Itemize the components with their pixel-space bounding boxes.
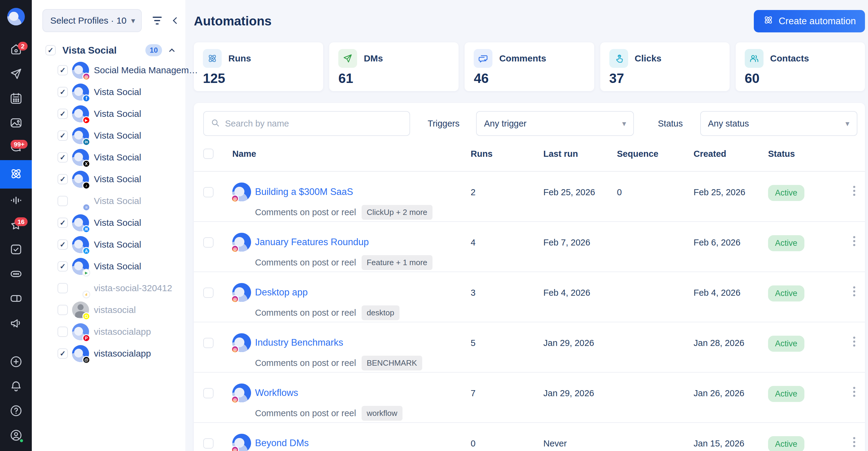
trigger-description: Comments on post or reel [255,258,356,267]
select-all-checkbox[interactable] [203,149,214,159]
nav-home[interactable]: 2 [0,37,32,62]
nav-advocacy[interactable] [0,311,32,336]
profile-name: Vista Social [94,196,141,206]
row-checkbox[interactable] [203,388,214,398]
status-select[interactable]: Any status ▾ [700,111,858,136]
automation-name-link[interactable]: Workflows [255,387,298,398]
profile-row[interactable]: Ω vistasocial [32,299,185,321]
table-row: ◎ Industry Benchmarks Comments on post o… [194,322,865,373]
network-badge-icon: f [82,94,90,102]
row-checkbox[interactable] [203,438,214,449]
select-profiles-label: Select Profiles · 10 [50,15,127,26]
profile-checkbox[interactable] [58,87,68,97]
profile-checkbox[interactable] [58,65,68,75]
automation-name-link[interactable]: Desktop app [255,287,308,298]
profile-row[interactable]: Ж Vista Social [32,212,185,234]
profile-row[interactable]: ◎ Social Media Managem… [32,59,185,81]
profile-row[interactable]: ▶ Vista Social [32,255,185,277]
profile-row[interactable]: f Vista Social [32,81,185,103]
nav-publish[interactable] [0,62,32,87]
runs-cell: 2 [471,172,543,221]
nav-reports[interactable] [0,287,32,311]
profile-row[interactable]: ▶ Vista Social [32,103,185,125]
profile-checkbox[interactable] [58,174,68,184]
create-automation-button[interactable]: Create automation [754,10,865,32]
profile-checkbox[interactable] [58,348,68,359]
nav-notifications[interactable] [0,375,32,399]
nav-inbox[interactable]: 99+ [0,136,32,160]
trigger-description: Comments on post or reel [255,308,356,318]
profile-name: Vista Social [94,239,141,250]
kebab-menu-icon[interactable] [851,385,857,399]
search-input[interactable] [225,119,403,129]
profile-checkbox[interactable] [58,196,68,206]
network-badge-icon: ◎ [82,73,90,80]
stat-value: 125 [203,71,314,86]
profile-checkbox[interactable] [58,327,68,337]
layout-icon [9,291,23,307]
kebab-menu-icon[interactable] [851,435,857,449]
stat-value: 37 [609,71,720,86]
nav-automations-active[interactable] [0,160,32,189]
nav-add[interactable] [0,350,32,375]
nav-calendar[interactable] [0,87,32,111]
profile-group-row: Vista Social 10 [32,41,185,59]
profile-row[interactable]: P vistasocialapp [32,321,185,343]
nav-media[interactable] [0,111,32,136]
profile-checkbox[interactable] [58,109,68,119]
row-checkbox[interactable] [203,237,214,248]
kebab-menu-icon[interactable] [851,335,857,348]
trigger-select[interactable]: Any trigger ▾ [476,111,634,136]
group-label: Vista Social [62,45,117,56]
automation-name-link[interactable]: January Features Roundup [255,237,369,248]
profile-checkbox[interactable] [58,239,68,250]
automation-name-link[interactable]: Industry Benchmarks [255,337,343,348]
network-badge-icon: in [82,138,90,146]
created-cell: Feb 4, 2026 [693,272,768,322]
waveform-icon [9,193,23,208]
automation-name-link[interactable]: Beyond DMs [255,438,309,449]
select-profiles-dropdown[interactable]: Select Profiles · 10 ▾ [42,9,142,32]
stat-value: 46 [474,71,585,86]
profile-checkbox[interactable] [58,152,68,163]
profile-checkbox[interactable] [58,218,68,228]
network-badge-icon: ▶ [82,116,90,124]
row-checkbox[interactable] [203,288,214,298]
profile-avatar: f [72,84,89,100]
nav-link-in-bio[interactable] [0,262,32,287]
profile-checkbox[interactable] [58,130,68,141]
profile-row[interactable]: ♪ Vista Social [32,168,185,190]
profile-row[interactable]: @ vistasocialapp [32,343,185,364]
nav-account[interactable] [0,423,32,448]
profile-name: Vista Social [94,152,141,163]
collapse-panel-button[interactable] [173,17,180,24]
comments-chat-icon [474,49,492,68]
profile-checkbox[interactable] [58,261,68,271]
row-checkbox[interactable] [203,187,214,197]
kebab-menu-icon[interactable] [851,285,857,298]
status-badge: Active [768,285,804,301]
profile-row[interactable]: A Vista Social [32,234,185,255]
online-status-dot [19,438,24,443]
profile-row[interactable]: ıl vista-social-320412 [32,277,185,299]
filter-profiles-button[interactable] [153,17,162,25]
nav-listening[interactable] [0,189,32,213]
chevron-up-icon[interactable] [169,49,175,54]
profile-row[interactable]: in Vista Social [32,125,185,147]
nav-help[interactable] [0,399,32,423]
profile-checkbox[interactable] [58,305,68,315]
kebab-menu-icon[interactable] [851,234,857,248]
network-badge-icon: P [82,334,90,342]
profile-avatar: ♪ [72,171,89,188]
nav-reviews[interactable]: 16 [0,213,32,237]
kebab-menu-icon[interactable] [851,184,857,198]
network-badge-icon: @ [82,356,90,364]
automation-name-link[interactable]: Building a $300M SaaS [255,187,353,197]
network-badge-icon: A [82,247,90,255]
profile-checkbox[interactable] [58,283,68,293]
group-checkbox[interactable] [45,45,56,55]
profile-row[interactable]: X Vista Social [32,147,185,168]
nav-tasks[interactable] [0,237,32,262]
row-checkbox[interactable] [203,338,214,348]
profile-row[interactable]: ≡ Vista Social [32,190,185,212]
